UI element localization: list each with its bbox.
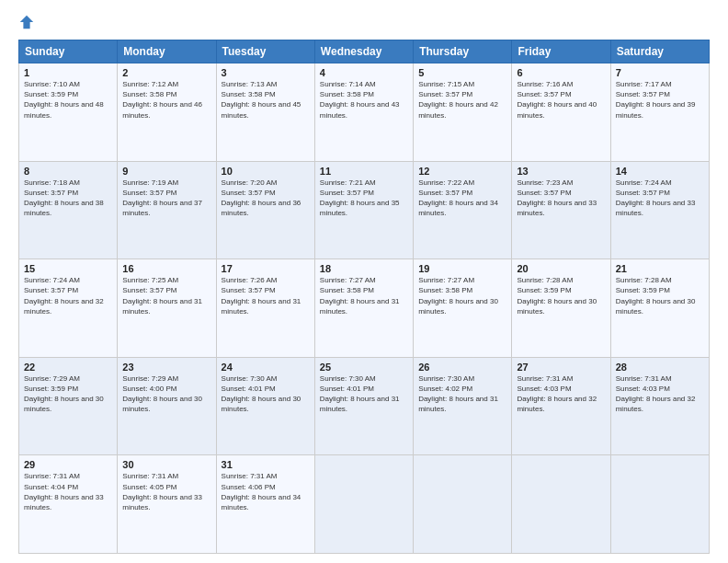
day-info: Sunrise: 7:17 AMSunset: 3:57 PMDaylight:… (616, 79, 704, 121)
day-number: 4 (320, 67, 408, 78)
calendar-cell: 19Sunrise: 7:27 AMSunset: 3:58 PMDayligh… (414, 259, 512, 358)
calendar-cell (314, 455, 413, 554)
day-info: Sunrise: 7:29 AMSunset: 4:00 PMDaylight:… (122, 373, 210, 415)
day-number: 25 (320, 362, 408, 373)
day-info: Sunrise: 7:31 AMSunset: 4:04 PMDaylight:… (24, 471, 112, 512)
day-info: Sunrise: 7:27 AMSunset: 3:58 PMDaylight:… (418, 275, 506, 316)
logo-text (18, 14, 37, 30)
calendar-cell: 5Sunrise: 7:15 AMSunset: 3:57 PMDaylight… (414, 63, 512, 162)
day-number: 6 (517, 67, 605, 78)
calendar-cell: 22Sunrise: 7:29 AMSunset: 3:59 PMDayligh… (19, 357, 118, 455)
day-number: 18 (320, 263, 408, 274)
day-info: Sunrise: 7:16 AMSunset: 3:57 PMDaylight:… (517, 79, 605, 121)
calendar-cell: 8Sunrise: 7:18 AMSunset: 3:57 PMDaylight… (19, 161, 118, 259)
day-info: Sunrise: 7:25 AMSunset: 3:57 PMDaylight:… (122, 275, 210, 316)
calendar-cell: 18Sunrise: 7:27 AMSunset: 3:58 PMDayligh… (314, 259, 413, 358)
calendar-cell: 17Sunrise: 7:26 AMSunset: 3:57 PMDayligh… (216, 259, 314, 358)
day-info: Sunrise: 7:18 AMSunset: 3:57 PMDaylight:… (24, 178, 112, 219)
weekday-header: Monday (118, 40, 216, 63)
calendar-cell: 28Sunrise: 7:31 AMSunset: 4:03 PMDayligh… (610, 357, 709, 455)
calendar-cell: 31Sunrise: 7:31 AMSunset: 4:06 PMDayligh… (216, 455, 314, 554)
day-number: 17 (222, 263, 310, 274)
day-info: Sunrise: 7:24 AMSunset: 3:57 PMDaylight:… (24, 275, 112, 316)
calendar-cell: 3Sunrise: 7:13 AMSunset: 3:58 PMDaylight… (216, 63, 314, 162)
calendar-cell: 6Sunrise: 7:16 AMSunset: 3:57 PMDaylight… (512, 63, 610, 162)
logo (18, 14, 37, 30)
day-info: Sunrise: 7:22 AMSunset: 3:57 PMDaylight:… (418, 178, 506, 219)
calendar-cell: 9Sunrise: 7:19 AMSunset: 3:57 PMDaylight… (118, 161, 216, 259)
day-number: 19 (418, 263, 506, 274)
calendar-body: 1Sunrise: 7:10 AMSunset: 3:59 PMDaylight… (19, 63, 710, 554)
calendar-cell: 12Sunrise: 7:22 AMSunset: 3:57 PMDayligh… (414, 161, 512, 259)
day-number: 23 (122, 362, 210, 373)
day-info: Sunrise: 7:29 AMSunset: 3:59 PMDaylight:… (24, 373, 112, 415)
calendar-week-row: 15Sunrise: 7:24 AMSunset: 3:57 PMDayligh… (19, 259, 710, 358)
calendar-cell (414, 455, 512, 554)
day-info: Sunrise: 7:10 AMSunset: 3:59 PMDaylight:… (24, 79, 112, 121)
day-number: 31 (222, 459, 310, 470)
weekday-header: Saturday (610, 40, 709, 63)
day-number: 8 (24, 166, 112, 177)
day-number: 20 (517, 263, 605, 274)
day-info: Sunrise: 7:27 AMSunset: 3:58 PMDaylight:… (320, 275, 408, 316)
calendar-week-row: 8Sunrise: 7:18 AMSunset: 3:57 PMDaylight… (19, 161, 710, 259)
calendar-cell: 23Sunrise: 7:29 AMSunset: 4:00 PMDayligh… (118, 357, 216, 455)
day-number: 7 (616, 67, 704, 78)
calendar-cell: 21Sunrise: 7:28 AMSunset: 3:59 PMDayligh… (610, 259, 709, 358)
calendar-cell: 10Sunrise: 7:20 AMSunset: 3:57 PMDayligh… (216, 161, 314, 259)
day-number: 28 (616, 362, 704, 373)
day-number: 12 (418, 166, 506, 177)
day-number: 29 (24, 459, 112, 470)
day-number: 2 (122, 67, 210, 78)
day-info: Sunrise: 7:28 AMSunset: 3:59 PMDaylight:… (517, 275, 605, 316)
day-info: Sunrise: 7:15 AMSunset: 3:57 PMDaylight:… (418, 79, 506, 121)
day-number: 3 (222, 67, 310, 78)
calendar-cell: 14Sunrise: 7:24 AMSunset: 3:57 PMDayligh… (610, 161, 709, 259)
calendar-cell: 7Sunrise: 7:17 AMSunset: 3:57 PMDaylight… (610, 63, 709, 162)
day-number: 22 (24, 362, 112, 373)
day-info: Sunrise: 7:21 AMSunset: 3:57 PMDaylight:… (320, 178, 408, 219)
day-number: 13 (517, 166, 605, 177)
calendar-cell: 1Sunrise: 7:10 AMSunset: 3:59 PMDaylight… (19, 63, 118, 162)
calendar-week-row: 29Sunrise: 7:31 AMSunset: 4:04 PMDayligh… (19, 455, 710, 554)
day-info: Sunrise: 7:31 AMSunset: 4:03 PMDaylight:… (616, 373, 704, 415)
page: SundayMondayTuesdayWednesdayThursdayFrid… (0, 0, 728, 563)
day-info: Sunrise: 7:13 AMSunset: 3:58 PMDaylight:… (222, 79, 310, 121)
day-info: Sunrise: 7:20 AMSunset: 3:57 PMDaylight:… (222, 178, 310, 219)
calendar-cell: 29Sunrise: 7:31 AMSunset: 4:04 PMDayligh… (19, 455, 118, 554)
day-number: 11 (320, 166, 408, 177)
day-info: Sunrise: 7:19 AMSunset: 3:57 PMDaylight:… (122, 178, 210, 219)
weekday-header: Wednesday (314, 40, 413, 63)
calendar-week-row: 1Sunrise: 7:10 AMSunset: 3:59 PMDaylight… (19, 63, 710, 162)
calendar-cell: 26Sunrise: 7:30 AMSunset: 4:02 PMDayligh… (414, 357, 512, 455)
day-info: Sunrise: 7:24 AMSunset: 3:57 PMDaylight:… (616, 178, 704, 219)
calendar-cell: 2Sunrise: 7:12 AMSunset: 3:58 PMDaylight… (118, 63, 216, 162)
calendar-cell: 4Sunrise: 7:14 AMSunset: 3:58 PMDaylight… (314, 63, 413, 162)
day-number: 26 (418, 362, 506, 373)
day-number: 10 (222, 166, 310, 177)
calendar-week-row: 22Sunrise: 7:29 AMSunset: 3:59 PMDayligh… (19, 357, 710, 455)
calendar-cell: 27Sunrise: 7:31 AMSunset: 4:03 PMDayligh… (512, 357, 610, 455)
logo-icon (18, 14, 35, 30)
weekday-header: Friday (512, 40, 610, 63)
calendar-cell: 24Sunrise: 7:30 AMSunset: 4:01 PMDayligh… (216, 357, 314, 455)
day-info: Sunrise: 7:31 AMSunset: 4:06 PMDaylight:… (222, 471, 310, 512)
weekday-header: Thursday (414, 40, 512, 63)
day-info: Sunrise: 7:30 AMSunset: 4:02 PMDaylight:… (418, 373, 506, 415)
calendar-header-row: SundayMondayTuesdayWednesdayThursdayFrid… (19, 40, 710, 63)
day-number: 16 (122, 263, 210, 274)
calendar-cell: 13Sunrise: 7:23 AMSunset: 3:57 PMDayligh… (512, 161, 610, 259)
day-info: Sunrise: 7:28 AMSunset: 3:59 PMDaylight:… (616, 275, 704, 316)
day-info: Sunrise: 7:30 AMSunset: 4:01 PMDaylight:… (222, 373, 310, 415)
weekday-header: Tuesday (216, 40, 314, 63)
day-number: 21 (616, 263, 704, 274)
svg-marker-0 (20, 16, 33, 29)
calendar-cell: 15Sunrise: 7:24 AMSunset: 3:57 PMDayligh… (19, 259, 118, 358)
calendar-table: SundayMondayTuesdayWednesdayThursdayFrid… (18, 40, 710, 554)
day-number: 30 (122, 459, 210, 470)
day-info: Sunrise: 7:30 AMSunset: 4:01 PMDaylight:… (320, 373, 408, 415)
day-info: Sunrise: 7:12 AMSunset: 3:58 PMDaylight:… (122, 79, 210, 121)
day-info: Sunrise: 7:31 AMSunset: 4:05 PMDaylight:… (122, 471, 210, 512)
day-number: 9 (122, 166, 210, 177)
day-number: 24 (222, 362, 310, 373)
